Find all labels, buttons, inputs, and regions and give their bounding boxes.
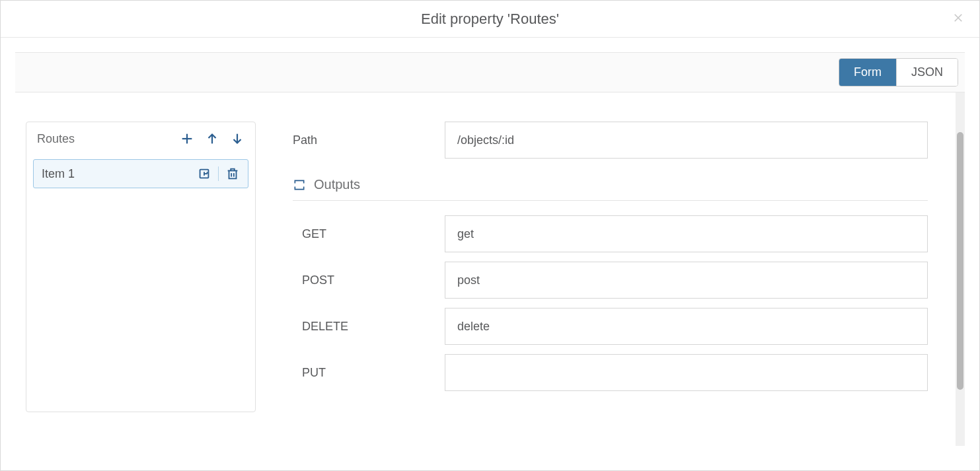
dialog-header: Edit property 'Routes' [1, 1, 979, 38]
output-put-input[interactable] [445, 354, 928, 391]
divider [218, 166, 219, 181]
scrollbar[interactable] [956, 92, 965, 446]
delete-item-button[interactable] [225, 166, 240, 181]
routes-list-header: Routes [26, 122, 255, 153]
list-item-actions [197, 166, 240, 181]
move-up-button[interactable] [205, 131, 219, 146]
path-row: Path [293, 122, 928, 159]
list-item[interactable]: Item 1 [33, 159, 248, 188]
scrollbar-thumb[interactable] [957, 132, 963, 390]
output-label: GET [302, 227, 425, 241]
output-delete-input[interactable] [445, 308, 928, 345]
path-input[interactable] [445, 122, 928, 159]
close-icon [952, 12, 964, 24]
output-row-put: PUT [302, 354, 928, 391]
arrow-up-icon [205, 131, 219, 146]
close-button[interactable] [949, 9, 967, 27]
arrow-down-icon [230, 131, 245, 146]
routes-list: Item 1 [26, 153, 255, 412]
output-post-input[interactable] [445, 262, 928, 299]
duplicate-item-button[interactable] [197, 166, 211, 181]
view-toggle-bar: Form JSON [15, 52, 965, 92]
add-route-button[interactable] [180, 131, 194, 146]
output-get-input[interactable] [445, 215, 928, 252]
routes-list-panel: Routes Item 1 [26, 122, 256, 412]
routes-list-title: Routes [37, 132, 75, 146]
plus-icon [180, 131, 194, 146]
output-row-post: POST [302, 262, 928, 299]
path-label: Path [293, 133, 425, 147]
view-toggle-form[interactable]: Form [839, 59, 896, 86]
output-row-get: GET [302, 215, 928, 252]
routes-list-actions [180, 131, 245, 146]
collapse-icon [293, 178, 306, 192]
dialog-body: Form JSON Routes [1, 38, 979, 470]
outputs-block: GET POST DELETE PUT [293, 215, 928, 391]
view-toggle-group: Form JSON [839, 58, 958, 87]
output-label: DELETE [302, 320, 425, 334]
output-label: POST [302, 273, 425, 287]
duplicate-icon [197, 166, 211, 181]
workspace: Routes Item 1 [1, 92, 979, 459]
trash-icon [225, 166, 240, 181]
move-down-button[interactable] [230, 131, 245, 146]
edit-property-dialog: Edit property 'Routes' Form JSON Routes [0, 0, 980, 471]
list-item-label: Item 1 [42, 167, 75, 181]
output-label: PUT [302, 366, 425, 380]
form-area: Path Outputs GET POST [293, 122, 965, 446]
outputs-title: Outputs [314, 177, 360, 192]
view-toggle-json[interactable]: JSON [896, 59, 958, 86]
dialog-title: Edit property 'Routes' [421, 11, 559, 28]
outputs-header[interactable]: Outputs [293, 177, 928, 201]
output-row-delete: DELETE [302, 308, 928, 345]
